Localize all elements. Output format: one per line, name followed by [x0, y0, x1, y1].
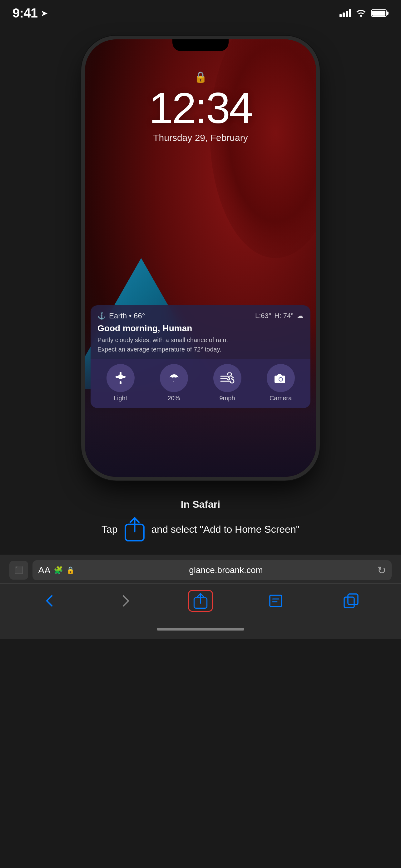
- svg-rect-9: [348, 594, 358, 604]
- widget-circle-rain: ☂: [160, 364, 188, 392]
- weather-cloud-icon: ☁: [297, 312, 304, 320]
- lock-date: Thursday 29, February: [153, 132, 248, 143]
- safari-url-row: ⬛ AA 🧩 🔒 glance.broank.com ↻: [9, 560, 392, 580]
- instruction-section: In Safari Tap and select "Add to Home Sc…: [0, 477, 401, 555]
- widget-label-wind: 9mph: [219, 395, 235, 402]
- weather-desc-line1: Partly cloudy skies, with a small chance…: [97, 337, 228, 343]
- safari-reload-icon[interactable]: ↻: [377, 564, 386, 577]
- weather-high: H: 74°: [274, 312, 294, 320]
- instruction-row: Tap and select "Add to Home Screen": [101, 517, 300, 542]
- safari-url-text: glance.broank.com: [78, 565, 374, 575]
- instruction-text: and select "Add to Home Screen": [152, 524, 300, 535]
- weather-widget: ⚓ Earth • 66° L:63° H: 74° ☁ Good mornin…: [91, 305, 310, 408]
- widget-light[interactable]: Light: [106, 364, 135, 402]
- bookmarks-button[interactable]: [263, 590, 288, 612]
- widget-wind[interactable]: 9mph: [213, 364, 241, 402]
- weather-top: ⚓ Earth • 66° L:63° H: 74° ☁: [91, 305, 310, 323]
- forward-button[interactable]: [113, 590, 138, 612]
- lock-time: 12:34: [149, 86, 252, 130]
- location-icon: ➤: [41, 8, 48, 19]
- svg-rect-1: [120, 381, 122, 384]
- weather-greeting: Good morning, Human: [91, 323, 310, 333]
- safari-tab-overview[interactable]: ⬛: [9, 561, 28, 580]
- widget-circle-light: [106, 364, 135, 392]
- tap-label: Tap: [101, 524, 118, 535]
- lock-icon: 🔒: [194, 71, 207, 83]
- weather-desc-line2: Expect an average temperature of 72° tod…: [97, 346, 222, 353]
- widget-camera[interactable]: Camera: [267, 364, 295, 402]
- widget-circle-camera: [267, 364, 295, 392]
- svg-point-6: [279, 378, 282, 381]
- signal-bars-icon: [339, 9, 351, 17]
- status-icons: [339, 7, 389, 19]
- phone-frame: 🔒 12:34 Thursday 29, February ⚓ Earth • …: [85, 39, 316, 477]
- weather-temp-range: L:63° H: 74° ☁: [255, 312, 304, 320]
- home-indicator: [157, 628, 244, 630]
- widget-row: Light ☂ 20%: [91, 359, 310, 408]
- status-bar: 9:41 ➤: [0, 0, 401, 24]
- share-icon-large: [123, 517, 146, 542]
- phone-container: 🔒 12:34 Thursday 29, February ⚓ Earth • …: [85, 39, 316, 477]
- wifi-icon: [356, 7, 367, 19]
- lockscreen-content: 🔒 12:34 Thursday 29, February ⚓ Earth • …: [85, 39, 316, 477]
- weather-location-icon: ⚓: [97, 312, 106, 320]
- instruction-title: In Safari: [181, 499, 220, 510]
- widget-label-camera: Camera: [269, 395, 292, 402]
- weather-location-text: Earth • 66°: [109, 312, 145, 320]
- safari-lock-icon: 🔒: [66, 566, 75, 574]
- svg-point-4: [118, 374, 123, 379]
- safari-bar: ⬛ AA 🧩 🔒 glance.broank.com ↻: [0, 555, 401, 583]
- weather-description: Partly cloudy skies, with a small chance…: [91, 335, 310, 359]
- svg-rect-10: [344, 597, 354, 608]
- safari-url-bar[interactable]: AA 🧩 🔒 glance.broank.com ↻: [32, 560, 392, 580]
- widget-circle-wind: [213, 364, 241, 392]
- widget-label-light: Light: [114, 395, 127, 402]
- bottom-nav: [0, 583, 401, 624]
- widget-label-rain: 20%: [167, 395, 180, 402]
- phone-notch: [172, 39, 229, 51]
- safari-aa[interactable]: AA 🧩: [38, 565, 63, 576]
- tabs-button[interactable]: [338, 590, 364, 612]
- status-time: 9:41: [12, 6, 37, 21]
- widget-rain[interactable]: ☂ 20%: [160, 364, 188, 402]
- safari-extension-icon: 🧩: [54, 566, 63, 575]
- back-button[interactable]: [37, 590, 63, 612]
- battery-icon: [371, 9, 389, 17]
- weather-location: ⚓ Earth • 66°: [97, 312, 145, 320]
- weather-low: L:63°: [255, 312, 271, 320]
- share-button[interactable]: [188, 590, 213, 612]
- home-indicator-container: [0, 624, 401, 639]
